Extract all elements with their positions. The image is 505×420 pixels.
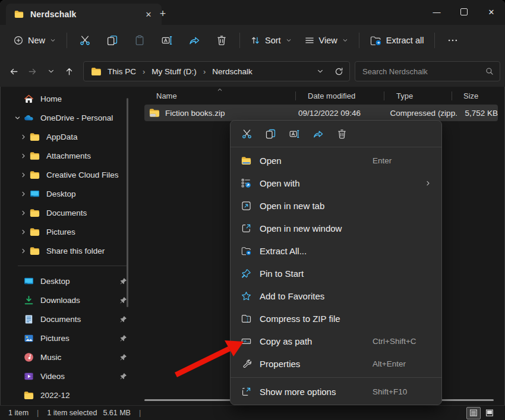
sidebar-item-creative-cloud-files[interactable]: Creative Cloud Files: [2, 165, 133, 184]
sidebar-item-label: Share this folder: [46, 247, 105, 255]
menu-item-compress-to-zip-file[interactable]: Compress to ZIP file: [233, 307, 439, 330]
menu-item-open-with[interactable]: Open with: [233, 172, 439, 194]
sidebar-item-music[interactable]: Music: [2, 348, 133, 367]
tab-close-icon[interactable]: ✕: [141, 7, 156, 21]
sidebar-item-videos[interactable]: Videos: [2, 367, 133, 386]
column-header-name[interactable]: Name: [144, 87, 295, 105]
delete-button[interactable]: [208, 30, 235, 50]
search-box: [355, 61, 500, 81]
file-row[interactable]: Fiction books.zip09/12/2022 09:46Compres…: [144, 105, 498, 121]
sidebar-item-home[interactable]: Home: [2, 89, 133, 108]
new-tab-button[interactable]: +: [154, 5, 171, 22]
search-input[interactable]: [355, 67, 485, 76]
folder-icon: [24, 390, 34, 400]
sidebar-item-documents[interactable]: Documents: [2, 310, 133, 329]
minimize-button[interactable]: —: [423, 0, 450, 24]
menu-item-add-to-favorites[interactable]: Add to Favorites: [233, 285, 439, 307]
menu-item-open-in-new-tab[interactable]: Open in new tab: [233, 194, 439, 217]
context-rename-button[interactable]: [284, 125, 304, 143]
chevron-up-icon: [217, 87, 223, 93]
breadcrumb-segment[interactable]: My Stuff (D:): [148, 65, 200, 78]
breadcrumb-segments: This PC›My Stuff (D:)›Nerdschalk: [104, 65, 256, 78]
breadcrumb-segment[interactable]: Nerdschalk: [209, 65, 256, 78]
sidebar-item-documents[interactable]: Documents: [2, 203, 133, 222]
breadcrumb-segment[interactable]: This PC: [104, 65, 140, 78]
sidebar-item-attachments[interactable]: Attachments: [2, 146, 133, 165]
column-header-date-modified[interactable]: Date modified: [296, 87, 384, 105]
explorer-tab[interactable]: Nerdschalk ✕: [6, 4, 162, 25]
column-header-label: Type: [384, 91, 413, 100]
column-header-type[interactable]: Type: [384, 87, 452, 105]
chevron-right-icon[interactable]: [17, 153, 30, 159]
chevron-down-icon[interactable]: [11, 115, 24, 121]
chevron-right-icon[interactable]: [17, 248, 30, 254]
context-copy-button[interactable]: [260, 125, 280, 143]
context-cut-button[interactable]: [236, 125, 257, 143]
chevron-right-icon[interactable]: [17, 172, 30, 178]
menu-item-properties[interactable]: PropertiesAlt+Enter: [233, 352, 439, 375]
sidebar-item-pictures[interactable]: Pictures: [2, 222, 133, 241]
chevron-right-icon[interactable]: [17, 229, 30, 235]
menu-item-shortcut: Ctrl+Shift+C: [373, 337, 432, 346]
breadcrumb[interactable]: This PC›My Stuff (D:)›Nerdschalk: [83, 61, 350, 81]
share-button[interactable]: [181, 30, 208, 50]
selection-size: 5.61 MB: [103, 409, 131, 417]
forward-button[interactable]: [23, 62, 42, 81]
details-view-button[interactable]: [466, 407, 481, 419]
paste-button[interactable]: [126, 30, 153, 50]
column-header-label: Size: [452, 91, 478, 100]
home-icon: [24, 94, 34, 104]
chevron-right-icon[interactable]: [17, 134, 30, 140]
arrow-right-icon: [28, 67, 37, 76]
context-share-button[interactable]: [308, 125, 328, 143]
new-button-label: New: [28, 36, 45, 45]
chevron-right-icon: [20, 248, 27, 254]
rename-button[interactable]: [153, 30, 181, 50]
view-icon: [305, 36, 314, 45]
close-button[interactable]: ✕: [478, 0, 505, 24]
context-delete-button[interactable]: [332, 125, 352, 143]
chevron-right-icon[interactable]: [17, 210, 30, 216]
folder-icon: [30, 208, 40, 218]
sidebar-item-downloads[interactable]: Downloads: [2, 290, 133, 310]
sidebar-item-appdata[interactable]: AppData: [2, 127, 133, 146]
sidebar-item-label: Documents: [46, 209, 87, 217]
new-button[interactable]: New: [7, 31, 62, 49]
sidebar-item-2022-12[interactable]: 2022-12: [2, 386, 133, 405]
context-menu: OpenEnterOpen withOpen in new tabOpen in…: [230, 120, 442, 405]
sidebar-scrollbar[interactable]: [127, 98, 128, 307]
menu-item-pin-to-start[interactable]: Pin to Start: [233, 262, 439, 285]
icons-view-button[interactable]: [482, 407, 497, 419]
sidebar-item-desktop[interactable]: Desktop: [2, 271, 133, 290]
chevron-down-icon[interactable]: [317, 68, 324, 75]
recent-locations-button[interactable]: [42, 62, 60, 81]
cut-button[interactable]: [71, 30, 99, 50]
sort-button[interactable]: Sort: [244, 31, 298, 49]
menu-item-extract-all-[interactable]: Extract All...: [233, 239, 439, 262]
column-header-size[interactable]: Size: [452, 87, 501, 105]
folder-icon: [30, 132, 40, 142]
extract-icon: [370, 36, 381, 46]
sidebar-item-share-this-folder[interactable]: Share this folder: [2, 241, 133, 260]
music-icon: [24, 352, 34, 362]
view-button[interactable]: View: [298, 31, 355, 49]
back-button[interactable]: [5, 62, 23, 81]
refresh-icon[interactable]: [334, 67, 343, 76]
menu-item-copy-as-path[interactable]: Copy as pathCtrl+Shift+C: [233, 330, 439, 352]
copy-button[interactable]: [99, 30, 126, 50]
extract-all-button[interactable]: Extract all: [364, 31, 431, 50]
menu-item-show-more-options[interactable]: Show more optionsShift+F10: [233, 380, 439, 403]
sidebar-item-desktop[interactable]: Desktop: [2, 184, 133, 203]
see-more-button[interactable]: [439, 30, 466, 50]
menu-item-open-in-new-window[interactable]: Open in new window: [233, 217, 439, 239]
sidebar-item-onedrive-personal[interactable]: OneDrive - Personal: [2, 108, 133, 127]
menu-item-open[interactable]: OpenEnter: [233, 149, 439, 172]
sidebar-item-pictures[interactable]: Pictures: [2, 329, 133, 348]
chevron-down-icon: [342, 37, 348, 43]
icons-view-icon: [485, 409, 494, 417]
maximize-button[interactable]: [450, 0, 478, 24]
chevron-right-icon[interactable]: [17, 191, 30, 197]
up-button[interactable]: [60, 62, 78, 81]
ellipsis-icon: [447, 35, 458, 46]
details-view-icon: [469, 409, 478, 417]
